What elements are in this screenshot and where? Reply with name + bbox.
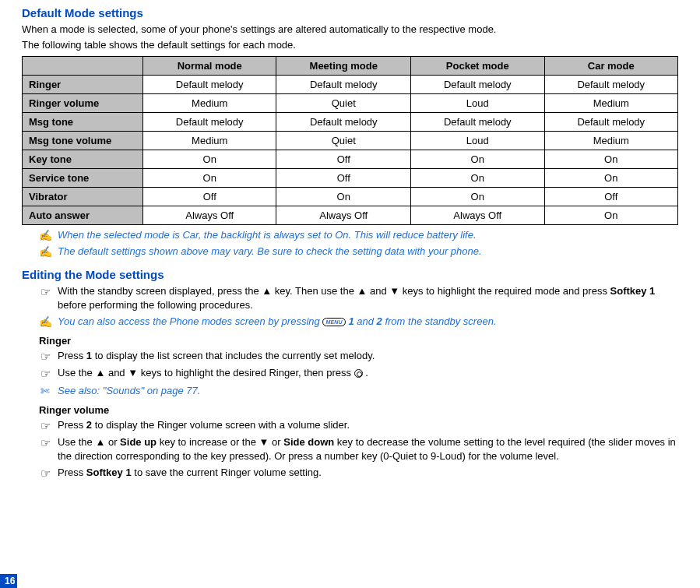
hand-icon: ☞ [39, 418, 51, 434]
hand-icon: ☞ [39, 284, 51, 300]
table-cell: Default melody [276, 76, 411, 94]
down-key-icon: ▼ [128, 367, 138, 379]
hand-icon: ☞ [39, 435, 51, 451]
step-text: Press 2 to display the Ringer volume scr… [58, 418, 350, 432]
table-cell: On [143, 150, 276, 169]
table-row: Key toneOnOffOnOn [23, 150, 678, 169]
step-text: Use the ▲ and ▼ keys to highlight the de… [58, 366, 368, 380]
table-cell: On [411, 169, 544, 188]
note-text: You can also access the Phone modes scre… [58, 315, 497, 329]
table-cell: On [143, 169, 276, 188]
table-cell: On [276, 188, 411, 206]
table-cell: On [544, 169, 678, 188]
step-text: Use the ▲ or Side up key to increase or … [58, 435, 678, 463]
table-cell: Medium [143, 132, 276, 150]
table-cell: Off [276, 150, 411, 169]
table-cell: Default melody [544, 113, 678, 132]
col-header: Meeting mode [276, 57, 411, 76]
down-key-icon: ▼ [389, 285, 399, 297]
see-also-sounds: ✄ See also: "Sounds" on page 77. [22, 384, 678, 398]
table-cell: Default melody [143, 113, 276, 132]
step-text: Press 1 to display the list screen that … [58, 349, 375, 363]
note-text: The default settings shown above may var… [58, 245, 482, 259]
table-cell: Quiet [276, 132, 411, 150]
note-icon: ✍ [39, 245, 51, 259]
table-cell: On [411, 150, 544, 169]
table-cell: Medium [544, 94, 678, 113]
note-icon: ✍ [39, 228, 51, 242]
up-key-icon: ▲ [357, 285, 368, 297]
see-also-icon: ✄ [39, 384, 51, 398]
row-label: Msg tone [23, 113, 143, 132]
row-label: Vibrator [23, 188, 143, 206]
row-label: Msg tone volume [23, 132, 143, 150]
table-cell: Default melody [544, 76, 678, 94]
table-cell: Always Off [143, 206, 276, 225]
table-cell: Off [143, 188, 276, 206]
table-row: Ringer volumeMediumQuietLoudMedium [23, 94, 678, 113]
heading-default-mode: Default Mode settings [22, 6, 678, 19]
table-cell: Loud [411, 94, 544, 113]
ringer-volume-step-1: ☞ Press 2 to display the Ringer volume s… [22, 418, 678, 434]
ringer-volume-step-3: ☞ Press Softkey 1 to save the current Ri… [22, 466, 678, 481]
table-cell: Always Off [411, 206, 544, 225]
page-number: 16 [0, 574, 17, 588]
table-cell: Loud [411, 132, 544, 150]
note-defaults-vary: ✍ The default settings shown above may v… [22, 245, 678, 259]
settings-table: Normal mode Meeting mode Pocket mode Car… [22, 56, 678, 225]
table-cell: Medium [544, 132, 678, 150]
hand-icon: ☞ [39, 366, 51, 382]
table-cell: On [544, 206, 678, 225]
hand-icon: ☞ [39, 349, 51, 364]
subheading-ringer: Ringer [39, 335, 678, 347]
step-text: With the standby screen displayed, press… [58, 284, 678, 312]
row-label: Ringer [23, 76, 143, 94]
select-button-icon [354, 369, 363, 378]
down-key-icon: ▼ [259, 436, 269, 448]
step-text: Press Softkey 1 to save the current Ring… [58, 466, 322, 480]
ringer-step-2: ☞ Use the ▲ and ▼ keys to highlight the … [22, 366, 678, 382]
table-cell: On [544, 150, 678, 169]
table-row: RingerDefault melodyDefault melodyDefaul… [23, 76, 678, 94]
step-standby-screen: ☞ With the standby screen displayed, pre… [22, 284, 678, 312]
ringer-step-1: ☞ Press 1 to display the list screen tha… [22, 349, 678, 364]
heading-editing-mode: Editing the Mode settings [22, 268, 678, 281]
col-header: Car mode [544, 57, 678, 76]
row-label: Ringer volume [23, 94, 143, 113]
table-cell: Always Off [276, 206, 411, 225]
subheading-ringer-volume: Ringer volume [39, 404, 678, 416]
intro-line-1: When a mode is selected, some of your ph… [22, 23, 678, 37]
hand-icon: ☞ [39, 466, 51, 481]
row-label: Key tone [23, 150, 143, 169]
table-cell: Medium [143, 94, 276, 113]
table-row: Service toneOnOffOnOn [23, 169, 678, 188]
table-cell: On [411, 188, 544, 206]
table-cell: Off [276, 169, 411, 188]
table-cell: Off [544, 188, 678, 206]
table-cell: Default melody [411, 76, 544, 94]
table-cell: Default melody [411, 113, 544, 132]
up-key-icon: ▲ [95, 367, 105, 379]
row-label: Service tone [23, 169, 143, 188]
menu-button-icon: MENU [322, 318, 345, 326]
col-header: Normal mode [143, 57, 276, 76]
ringer-volume-step-2: ☞ Use the ▲ or Side up key to increase o… [22, 435, 678, 463]
intro-line-2: The following table shows the default se… [22, 38, 678, 52]
up-key-icon: ▲ [262, 285, 272, 297]
up-key-icon: ▲ [95, 436, 105, 448]
table-row: VibratorOffOnOnOff [23, 188, 678, 206]
row-label: Auto answer [23, 206, 143, 225]
col-header: Pocket mode [411, 57, 544, 76]
table-row: Msg tone volumeMediumQuietLoudMedium [23, 132, 678, 150]
note-car-backlight: ✍ When the selected mode is Car, the bac… [22, 228, 678, 242]
table-cell: Default melody [143, 76, 276, 94]
table-corner [23, 57, 143, 76]
note-text: When the selected mode is Car, the backl… [58, 228, 477, 242]
note-access-phone-modes: ✍ You can also access the Phone modes sc… [22, 315, 678, 329]
note-icon: ✍ [39, 315, 51, 329]
see-also-text: See also: "Sounds" on page 77. [58, 384, 200, 398]
table-cell: Default melody [276, 113, 411, 132]
table-row: Msg toneDefault melodyDefault melodyDefa… [23, 113, 678, 132]
table-cell: Quiet [276, 94, 411, 113]
table-row: Auto answerAlways OffAlways OffAlways Of… [23, 206, 678, 225]
